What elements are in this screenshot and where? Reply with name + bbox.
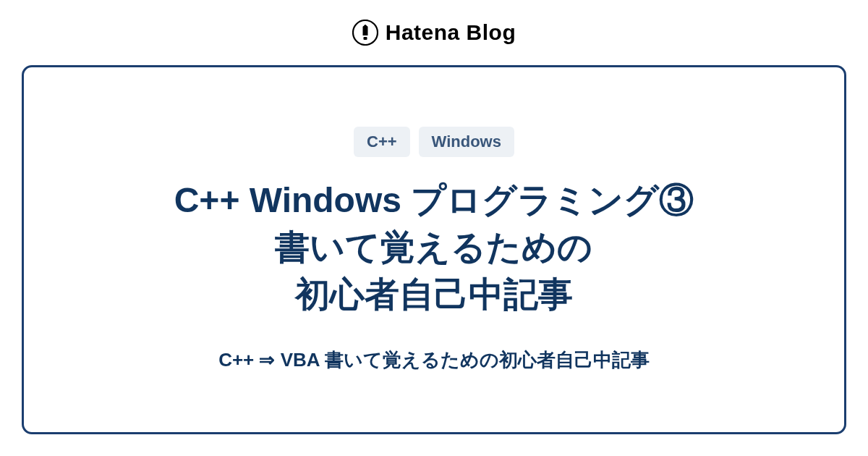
- tag-list: C++ Windows: [354, 127, 514, 157]
- tag-item[interactable]: C++: [354, 127, 410, 157]
- article-title: C++ Windows プログラミング③ 書いて覚えるための 初心者自己中記事: [174, 177, 694, 318]
- article-card: C++ Windows C++ Windows プログラミング③ 書いて覚えるた…: [22, 65, 846, 434]
- title-line: 初心者自己中記事: [174, 271, 694, 318]
- site-header: Hatena Blog: [0, 0, 868, 65]
- hatena-logo-icon: [352, 20, 378, 46]
- svg-rect-1: [363, 37, 367, 40]
- title-line: C++ Windows プログラミング③: [174, 177, 694, 224]
- brand-name: Hatena Blog: [386, 20, 516, 45]
- brand-wrap[interactable]: Hatena Blog: [352, 20, 516, 46]
- tag-item[interactable]: Windows: [419, 127, 514, 157]
- blog-name[interactable]: C++ ⇒ VBA 書いて覚えるための初心者自己中記事: [218, 347, 650, 373]
- title-line: 書いて覚えるための: [174, 224, 694, 271]
